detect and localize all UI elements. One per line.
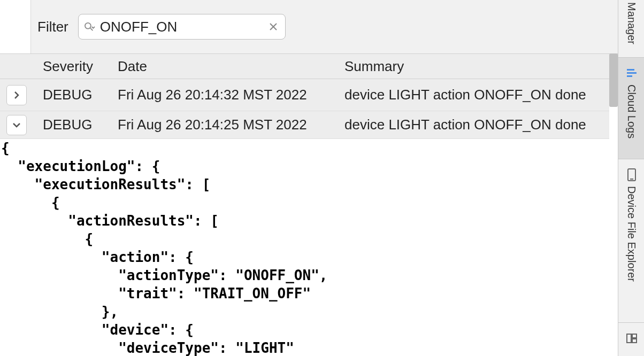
log-date: Fri Aug 26 20:14:25 MST 2022	[118, 117, 344, 133]
tab-label: Cloud Logs	[625, 84, 638, 138]
tab-extra[interactable]	[618, 323, 644, 356]
log-severity: DEBUG	[43, 87, 118, 103]
col-header-summary[interactable]: Summary	[344, 58, 618, 75]
right-side-tabs: Manager Cloud Logs Device File Explorer	[618, 0, 644, 356]
log-summary: device LIGHT action ONOFF_ON done	[344, 117, 609, 133]
layout-icon	[626, 332, 638, 344]
log-viewer-main: Filter Severity Date Summary	[0, 0, 618, 356]
log-column-headers: Severity Date Summary	[0, 53, 618, 79]
col-header-date[interactable]: Date	[118, 58, 344, 75]
log-date: Fri Aug 26 20:14:32 MST 2022	[118, 87, 344, 103]
filter-bar: Filter	[30, 0, 618, 53]
cloud-logs-icon	[626, 67, 638, 79]
svg-rect-10	[632, 334, 637, 338]
chevron-right-icon	[12, 91, 21, 99]
svg-rect-4	[627, 69, 634, 71]
svg-rect-9	[627, 334, 631, 343]
tab-device-file-explorer[interactable]: Device File Explorer	[618, 159, 644, 323]
log-json-detail[interactable]: { "executionLog": { "executionResults": …	[0, 139, 618, 356]
scrollbar[interactable]	[609, 53, 618, 107]
svg-rect-6	[627, 75, 632, 77]
log-row[interactable]: DEBUG Fri Aug 26 20:14:25 MST 2022 devic…	[0, 111, 609, 139]
device-icon	[626, 169, 638, 181]
filter-search-box[interactable]	[78, 14, 286, 40]
log-severity: DEBUG	[43, 117, 118, 133]
tab-label: Device File Explorer	[625, 186, 638, 282]
filter-input[interactable]	[100, 19, 250, 35]
expand-row-button[interactable]	[6, 85, 27, 105]
svg-rect-5	[627, 72, 637, 74]
svg-point-0	[85, 23, 91, 29]
filter-label: Filter	[37, 19, 68, 35]
chevron-down-icon	[12, 121, 21, 129]
log-summary: device LIGHT action ONOFF_ON done	[344, 87, 609, 103]
tab-label: Manager	[625, 0, 638, 44]
svg-line-1	[90, 28, 93, 31]
collapse-row-button[interactable]	[6, 115, 27, 135]
clear-filter-button[interactable]	[267, 20, 280, 33]
log-row[interactable]: DEBUG Fri Aug 26 20:14:32 MST 2022 devic…	[0, 79, 609, 111]
tab-cloud-logs[interactable]: Cloud Logs	[618, 58, 644, 159]
svg-rect-11	[632, 339, 637, 343]
col-header-severity[interactable]: Severity	[43, 58, 118, 75]
tab-manager[interactable]: Manager	[618, 0, 644, 58]
search-icon[interactable]	[84, 22, 96, 32]
